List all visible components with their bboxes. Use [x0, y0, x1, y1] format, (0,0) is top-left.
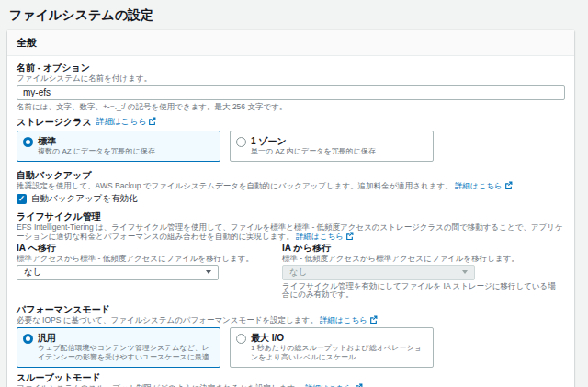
storage-one-zone-label: 1 ゾーン	[251, 136, 376, 146]
name-desc: ファイルシステムに名前を付けます。	[17, 74, 565, 83]
backup-info-link[interactable]: 詳細はこちら	[455, 181, 513, 190]
name-label: 名前 - オプション	[17, 62, 565, 74]
performance-option-max-io[interactable]: 最大 I/O 1 秒あたりの総スループットおよび総オペレーションをより高いレベル…	[230, 327, 434, 368]
page-title: ファイルシステムの設定	[0, 0, 588, 30]
radio-unselected-icon[interactable]	[236, 137, 246, 147]
out-of-ia-note: ライフサイクル管理を有効にしてファイルを IA ストレージに移行している場合にの…	[282, 282, 558, 300]
performance-mode-section: パフォーマンスモード 必要な IOPS に基づいて、ファイルシステムのパフォーマ…	[17, 303, 565, 368]
max-io-desc: 1 秒あたりの総スループットおよび総オペレーションをより高いレベルにスケール	[251, 344, 427, 362]
name-input[interactable]	[17, 85, 565, 100]
radio-selected-icon[interactable]	[23, 137, 33, 147]
name-hint: 名前には、文字、数字、+-=._:/ の記号を使用できます。最大 256 文字で…	[17, 102, 565, 111]
general-purpose-label: 汎用	[38, 333, 214, 343]
name-section: 名前 - オプション ファイルシステムに名前を付けます。 名前には、文字、数字、…	[17, 62, 565, 111]
out-of-ia-selected-value: なし	[289, 267, 307, 279]
panel-header: 全般	[7, 30, 574, 56]
into-ia-label: IA へ移行	[17, 243, 282, 254]
out-of-ia-label: IA から移行	[282, 243, 565, 254]
radio-unselected-icon[interactable]	[236, 334, 246, 344]
storage-option-standard[interactable]: 標準 複数の AZ にデータを冗長的に保存	[17, 131, 220, 162]
throughput-label: スループットモード	[17, 371, 565, 383]
external-link-icon	[148, 117, 156, 125]
throughput-info-link[interactable]: 詳細はこちら	[305, 383, 363, 387]
out-of-ia-select-disabled: なし	[282, 265, 475, 280]
checkbox-checked-icon[interactable]: ✓	[17, 194, 27, 204]
external-link-icon	[355, 383, 363, 387]
throughput-mode-section: スループットモード ファイルシステムのスループット制限がどのように決定されるかを…	[17, 371, 565, 387]
chevron-down-icon	[206, 270, 211, 274]
lifecycle-section: ライフサイクル管理 EFS Intelligent-Tiering は、ライフサ…	[17, 211, 565, 300]
transition-out-of-ia-field: IA から移行 標準 - 低頻度アクセスから標準アクセスにファイルを移行します。…	[282, 243, 565, 300]
performance-option-general-purpose[interactable]: 汎用 ウェブ配信環境やコンテンツ管理システムなど、レイテンシーの影響を受けやすい…	[17, 327, 220, 368]
external-link-icon	[345, 232, 354, 240]
storage-class-info-link[interactable]: 詳細はこちら	[96, 116, 157, 128]
storage-option-one-zone[interactable]: 1 ゾーン 単一の AZ 内にデータを冗長的に保存	[230, 131, 434, 162]
into-ia-desc: 標準アクセスから標準 - 低頻度アクセスにファイルを移行します。	[17, 254, 282, 263]
transition-into-ia-field: IA へ移行 標準アクセスから標準 - 低頻度アクセスにファイルを移行します。 …	[17, 243, 282, 300]
enable-backup-label: 自動バックアップを有効化	[31, 193, 138, 205]
lifecycle-info-link[interactable]: 詳細はこちら	[296, 232, 354, 241]
backup-desc: 推奨設定を使用して、AWS Backup でファイルシステムデータを自動的にバッ…	[17, 181, 565, 190]
general-settings-panel: 全般 名前 - オプション ファイルシステムに名前を付けます。 名前には、文字、…	[7, 30, 574, 387]
throughput-desc: ファイルシステムのスループット制限がどのように決定されるかを設定します。 詳細は…	[17, 383, 565, 387]
lifecycle-label: ライフサイクル管理	[17, 211, 565, 222]
panel-body: 名前 - オプション ファイルシステムに名前を付けます。 名前には、文字、数字、…	[7, 56, 574, 387]
storage-one-zone-desc: 単一の AZ 内にデータを冗長的に保存	[251, 147, 376, 156]
backup-label: 自動バックアップ	[17, 169, 565, 181]
backup-section: 自動バックアップ 推奨設定を使用して、AWS Backup でファイルシステムデ…	[17, 169, 565, 205]
storage-class-label: ストレージクラス	[17, 116, 92, 128]
chevron-down-icon	[462, 270, 468, 274]
enable-backup-checkbox-row[interactable]: ✓ 自動バックアップを有効化	[17, 193, 565, 205]
into-ia-select[interactable]: なし	[17, 265, 219, 280]
storage-class-section: ストレージクラス 詳細はこちら 標準 複数の AZ にデータを冗長的に保存 1 …	[17, 116, 565, 162]
into-ia-selected-value: なし	[24, 267, 41, 279]
external-link-icon	[369, 315, 378, 324]
out-of-ia-desc: 標準 - 低頻度アクセスから標準アクセスにファイルを移行します。	[282, 254, 565, 263]
general-purpose-desc: ウェブ配信環境やコンテンツ管理システムなど、レイテンシーの影響を受けやすいユース…	[38, 344, 214, 362]
performance-label: パフォーマンスモード	[17, 303, 565, 315]
external-link-icon	[504, 181, 513, 189]
max-io-label: 最大 I/O	[251, 333, 427, 343]
performance-info-link[interactable]: 詳細はこちら	[320, 315, 378, 324]
lifecycle-desc: EFS Intelligent-Tiering は、ライフサイクル管理を使用して…	[17, 222, 565, 241]
efs-file-system-settings-page: { "page": { "title": "ファイルシステムの設定" }, "p…	[0, 0, 588, 387]
performance-desc: 必要な IOPS に基づいて、ファイルシステムのパフォーマンスモードを設定します…	[17, 315, 565, 324]
storage-standard-desc: 複数の AZ にデータを冗長的に保存	[38, 147, 155, 156]
storage-standard-label: 標準	[38, 136, 155, 146]
radio-selected-icon[interactable]	[23, 334, 33, 344]
